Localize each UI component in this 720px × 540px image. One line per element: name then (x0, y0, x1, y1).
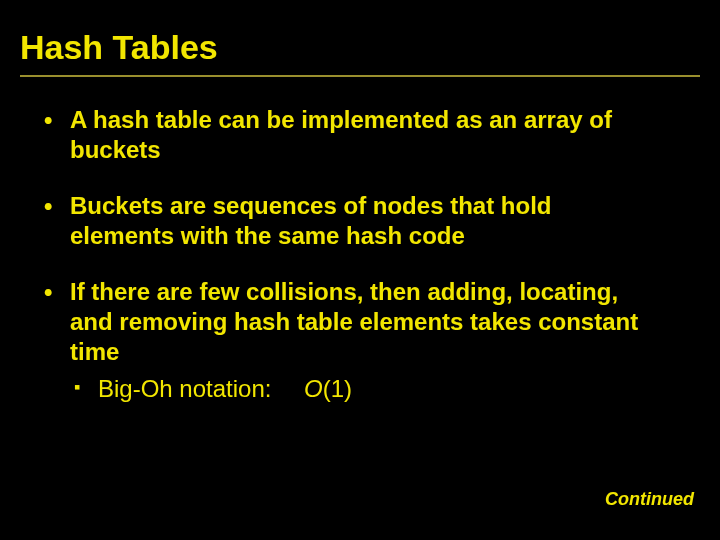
sub-bullet-item: Big-Oh notation: O(1) (70, 373, 660, 404)
title-rule (20, 75, 700, 77)
bullet-text: If there are few collisions, then adding… (70, 278, 638, 365)
bullet-item: If there are few collisions, then adding… (42, 277, 660, 404)
bullet-item: Buckets are sequences of nodes that hold… (42, 191, 660, 251)
continued-label: Continued (605, 489, 694, 510)
slide-title: Hash Tables (20, 28, 700, 67)
slide-content: A hash table can be implemented as an ar… (20, 105, 700, 404)
slide: Hash Tables A hash table can be implemen… (0, 0, 720, 540)
bullet-item: A hash table can be implemented as an ar… (42, 105, 660, 165)
sub-bullet-list: Big-Oh notation: O(1) (70, 373, 660, 404)
bullet-list: A hash table can be implemented as an ar… (42, 105, 660, 404)
big-oh-value: O(1) (304, 375, 352, 402)
sub-bullet-label: Big-Oh notation: (98, 375, 271, 402)
